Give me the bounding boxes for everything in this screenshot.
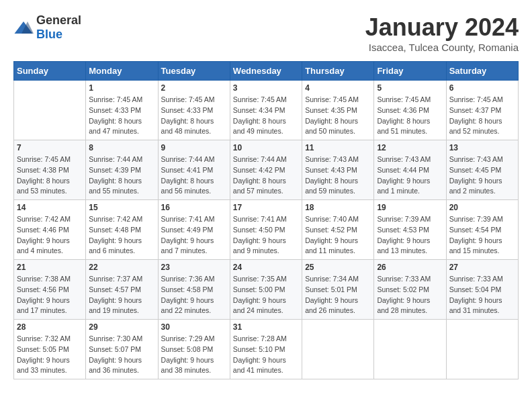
table-row: 14Sunrise: 7:42 AMSunset: 4:46 PMDayligh… bbox=[14, 200, 86, 260]
col-sunday: Sunday bbox=[14, 62, 86, 81]
day-number: 10 bbox=[233, 143, 299, 152]
table-row: 15Sunrise: 7:42 AMSunset: 4:48 PMDayligh… bbox=[86, 200, 158, 260]
table-row bbox=[374, 320, 446, 379]
day-info: Sunrise: 7:29 AMSunset: 5:08 PMDaylight:… bbox=[161, 334, 227, 376]
day-number: 26 bbox=[377, 263, 443, 272]
table-row: 24Sunrise: 7:35 AMSunset: 5:00 PMDayligh… bbox=[230, 260, 302, 320]
table-row: 9Sunrise: 7:44 AMSunset: 4:41 PMDaylight… bbox=[158, 140, 230, 200]
day-number: 20 bbox=[449, 203, 515, 212]
col-tuesday: Tuesday bbox=[158, 62, 230, 81]
calendar-week-row: 7Sunrise: 7:45 AMSunset: 4:38 PMDaylight… bbox=[14, 140, 519, 200]
day-number: 15 bbox=[89, 203, 154, 212]
day-number: 14 bbox=[17, 203, 83, 212]
day-number: 12 bbox=[377, 143, 443, 152]
day-number: 21 bbox=[17, 263, 83, 272]
day-info: Sunrise: 7:33 AMSunset: 5:02 PMDaylight:… bbox=[377, 274, 443, 316]
table-row: 19Sunrise: 7:39 AMSunset: 4:53 PMDayligh… bbox=[374, 200, 446, 260]
day-number: 29 bbox=[89, 322, 154, 332]
day-number: 6 bbox=[449, 83, 515, 93]
day-info: Sunrise: 7:34 AMSunset: 5:01 PMDaylight:… bbox=[305, 274, 371, 316]
day-info: Sunrise: 7:45 AMSunset: 4:33 PMDaylight:… bbox=[161, 95, 227, 137]
page-header: General Blue January 2024 Isaccea, Tulce… bbox=[13, 13, 519, 53]
day-number: 27 bbox=[449, 263, 515, 272]
table-row bbox=[14, 81, 86, 140]
day-info: Sunrise: 7:41 AMSunset: 4:49 PMDaylight:… bbox=[161, 214, 227, 257]
location-title: Isaccea, Tulcea County, Romania bbox=[365, 42, 519, 53]
table-row: 20Sunrise: 7:39 AMSunset: 4:54 PMDayligh… bbox=[446, 200, 518, 260]
calendar-week-row: 1Sunrise: 7:45 AMSunset: 4:33 PMDaylight… bbox=[14, 81, 519, 140]
table-row: 10Sunrise: 7:44 AMSunset: 4:42 PMDayligh… bbox=[230, 140, 302, 200]
day-number: 17 bbox=[233, 203, 299, 212]
day-number: 5 bbox=[377, 83, 443, 93]
table-row: 11Sunrise: 7:43 AMSunset: 4:43 PMDayligh… bbox=[302, 140, 374, 200]
day-number: 9 bbox=[161, 143, 227, 152]
day-info: Sunrise: 7:38 AMSunset: 4:56 PMDaylight:… bbox=[17, 274, 83, 316]
col-wednesday: Wednesday bbox=[230, 62, 302, 81]
day-info: Sunrise: 7:43 AMSunset: 4:43 PMDaylight:… bbox=[305, 154, 371, 197]
day-number: 13 bbox=[449, 143, 515, 152]
day-info: Sunrise: 7:28 AMSunset: 5:10 PMDaylight:… bbox=[233, 334, 299, 376]
day-info: Sunrise: 7:45 AMSunset: 4:38 PMDaylight:… bbox=[17, 154, 83, 197]
table-row: 2Sunrise: 7:45 AMSunset: 4:33 PMDaylight… bbox=[158, 81, 230, 140]
day-info: Sunrise: 7:42 AMSunset: 4:48 PMDaylight:… bbox=[89, 214, 154, 257]
logo: General Blue bbox=[13, 13, 81, 42]
logo-text-blue: Blue bbox=[36, 28, 62, 41]
table-row bbox=[446, 320, 518, 379]
table-row: 1Sunrise: 7:45 AMSunset: 4:33 PMDaylight… bbox=[86, 81, 158, 140]
day-info: Sunrise: 7:37 AMSunset: 4:57 PMDaylight:… bbox=[89, 274, 154, 316]
col-monday: Monday bbox=[86, 62, 158, 81]
table-row: 21Sunrise: 7:38 AMSunset: 4:56 PMDayligh… bbox=[14, 260, 86, 320]
table-row: 25Sunrise: 7:34 AMSunset: 5:01 PMDayligh… bbox=[302, 260, 374, 320]
day-info: Sunrise: 7:43 AMSunset: 4:44 PMDaylight:… bbox=[377, 154, 443, 197]
table-row: 22Sunrise: 7:37 AMSunset: 4:57 PMDayligh… bbox=[86, 260, 158, 320]
calendar-table: Sunday Monday Tuesday Wednesday Thursday… bbox=[13, 61, 519, 379]
calendar-week-row: 14Sunrise: 7:42 AMSunset: 4:46 PMDayligh… bbox=[14, 200, 519, 260]
day-info: Sunrise: 7:45 AMSunset: 4:37 PMDaylight:… bbox=[449, 95, 515, 137]
calendar-week-row: 21Sunrise: 7:38 AMSunset: 4:56 PMDayligh… bbox=[14, 260, 519, 320]
day-info: Sunrise: 7:42 AMSunset: 4:46 PMDaylight:… bbox=[17, 214, 83, 257]
day-number: 11 bbox=[305, 143, 371, 152]
day-number: 18 bbox=[305, 203, 371, 212]
table-row: 29Sunrise: 7:30 AMSunset: 5:07 PMDayligh… bbox=[86, 320, 158, 379]
day-number: 28 bbox=[17, 322, 83, 332]
day-number: 25 bbox=[305, 263, 371, 272]
table-row: 13Sunrise: 7:43 AMSunset: 4:45 PMDayligh… bbox=[446, 140, 518, 200]
day-number: 19 bbox=[377, 203, 443, 212]
table-row: 7Sunrise: 7:45 AMSunset: 4:38 PMDaylight… bbox=[14, 140, 86, 200]
day-number: 8 bbox=[89, 143, 154, 152]
table-row: 6Sunrise: 7:45 AMSunset: 4:37 PMDaylight… bbox=[446, 81, 518, 140]
day-number: 2 bbox=[161, 83, 227, 93]
day-number: 16 bbox=[161, 203, 227, 212]
day-number: 3 bbox=[233, 83, 299, 93]
table-row: 16Sunrise: 7:41 AMSunset: 4:49 PMDayligh… bbox=[158, 200, 230, 260]
day-info: Sunrise: 7:30 AMSunset: 5:07 PMDaylight:… bbox=[89, 334, 154, 376]
day-info: Sunrise: 7:33 AMSunset: 5:04 PMDaylight:… bbox=[449, 274, 515, 316]
table-row: 23Sunrise: 7:36 AMSunset: 4:58 PMDayligh… bbox=[158, 260, 230, 320]
logo-icon bbox=[13, 19, 34, 36]
table-row: 4Sunrise: 7:45 AMSunset: 4:35 PMDaylight… bbox=[302, 81, 374, 140]
table-row: 5Sunrise: 7:45 AMSunset: 4:36 PMDaylight… bbox=[374, 81, 446, 140]
logo-text-general: General bbox=[36, 13, 81, 27]
day-number: 22 bbox=[89, 263, 154, 272]
day-info: Sunrise: 7:32 AMSunset: 5:05 PMDaylight:… bbox=[17, 334, 83, 376]
title-block: January 2024 Isaccea, Tulcea County, Rom… bbox=[365, 13, 519, 53]
day-number: 24 bbox=[233, 263, 299, 272]
table-row: 30Sunrise: 7:29 AMSunset: 5:08 PMDayligh… bbox=[158, 320, 230, 379]
day-number: 4 bbox=[305, 83, 371, 93]
table-row: 8Sunrise: 7:44 AMSunset: 4:39 PMDaylight… bbox=[86, 140, 158, 200]
table-row: 27Sunrise: 7:33 AMSunset: 5:04 PMDayligh… bbox=[446, 260, 518, 320]
table-row: 18Sunrise: 7:40 AMSunset: 4:52 PMDayligh… bbox=[302, 200, 374, 260]
calendar-week-row: 28Sunrise: 7:32 AMSunset: 5:05 PMDayligh… bbox=[14, 320, 519, 379]
day-info: Sunrise: 7:44 AMSunset: 4:41 PMDaylight:… bbox=[161, 154, 227, 197]
day-info: Sunrise: 7:45 AMSunset: 4:36 PMDaylight:… bbox=[377, 95, 443, 137]
day-info: Sunrise: 7:40 AMSunset: 4:52 PMDaylight:… bbox=[305, 214, 371, 257]
month-title: January 2024 bbox=[365, 13, 519, 42]
calendar-header-row: Sunday Monday Tuesday Wednesday Thursday… bbox=[14, 62, 519, 81]
day-number: 7 bbox=[17, 143, 83, 152]
day-info: Sunrise: 7:39 AMSunset: 4:54 PMDaylight:… bbox=[449, 214, 515, 257]
col-thursday: Thursday bbox=[302, 62, 374, 81]
day-number: 23 bbox=[161, 263, 227, 272]
day-number: 30 bbox=[161, 322, 227, 332]
day-info: Sunrise: 7:35 AMSunset: 5:00 PMDaylight:… bbox=[233, 274, 299, 316]
table-row: 31Sunrise: 7:28 AMSunset: 5:10 PMDayligh… bbox=[230, 320, 302, 379]
